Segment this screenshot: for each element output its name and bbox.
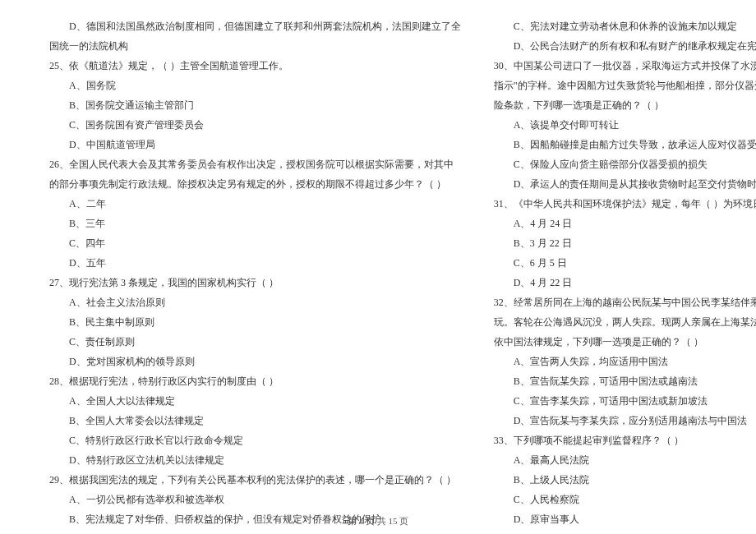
q32-option-d: D、宣告阮某与李某失踪，应分别适用越南法与中国法 [494,411,756,430]
q30-option-d: D、承运人的责任期间是从其接收货物时起至交付货物时止 [494,174,756,194]
q25-stem: 25、依《航道法》规定，（ ）主管全国航道管理工作。 [49,56,461,76]
q30-stem-3: 险条款，下列哪一选项是正确的？（ ） [494,95,756,115]
q32-stem-3: 依中国法律规定，下列哪一选项是正确的？（ ） [494,332,756,352]
q27-option-d: D、党对国家机构的领导原则 [49,352,461,371]
q30-stem-2: 指示"的字样。途中因船方过失致货轮与他船相撞，部分仪器受损。依《海牙规则》及相关… [494,76,756,95]
q33-option-b: B、上级人民法院 [494,470,756,490]
q31-option-a: A、4 月 24 日 [494,214,756,233]
q30-stem-1: 30、中国某公司进口了一批仪器，采取海运方式并投保了水渍险，提单上的收货人一栏写… [494,56,756,76]
q28-option-b: B、全国人大常委会以法律规定 [49,411,461,430]
q25-option-a: A、国务院 [49,76,461,95]
q31-stem: 31、《中华人民共和国环境保护法》规定，每年（ ）为环境日。 [494,194,756,214]
q27-stem: 27、现行宪法第 3 条规定，我国的国家机构实行（ ） [49,273,461,292]
q28-option-a: A、全国人大以法律规定 [49,391,461,411]
q26-option-d: D、五年 [49,253,461,273]
q29-stem: 29、根据我国宪法的规定，下列有关公民基本权利的宪法保护的表述，哪一个是正确的？… [49,470,461,490]
q26-stem-2: 的部分事项先制定行政法规。除授权决定另有规定的外，授权的期限不得超过多少年？（ … [49,174,461,194]
q31-option-c: C、6 月 5 日 [494,253,756,273]
q28-stem: 28、根据现行宪法，特别行政区内实行的制度由（ ） [49,371,461,391]
q32-option-a: A、宣告两人失踪，均应适用中国法 [494,352,756,371]
q29-option-c: C、宪法对建立劳动者休息和休养的设施未加以规定 [494,16,756,36]
q30-option-c: C、保险人应向货主赔偿部分仪器受损的损失 [494,154,756,174]
q33-option-a: A、最高人民法院 [494,450,756,470]
q25-option-d: D、中国航道管理局 [49,135,461,154]
q32-option-c: C、宣告李某失踪，可适用中国法或新加坡法 [494,391,756,411]
q29-option-d: D、公民合法财产的所有权和私有财产的继承权规定在宪法"总纲"部分 [494,36,756,56]
q27-option-b: B、民主集中制原则 [49,312,461,332]
q25-option-c: C、国务院国有资产管理委员会 [49,115,461,135]
q26-option-c: C、四年 [49,233,461,253]
q30-option-a: A、该提单交付即可转让 [494,115,756,135]
q33-option-c: C、人民检察院 [494,490,756,509]
page-footer: 第 4 页 共 15 页 [0,515,756,527]
q28-option-d: D、特别行政区立法机关以法律规定 [49,450,461,470]
q32-stem-2: 玩。客轮在公海遇风沉没，两人失踪。现两人亲属在上海某法院起诉，请求宣告两人失踪。 [494,312,756,332]
q28-option-c: C、特别行政区行政长官以行政命令规定 [49,430,461,450]
q25-option-b: B、国务院交通运输主管部门 [49,95,461,115]
q26-stem-1: 26、全国人民代表大会及其常务委员会有权作出决定，授权国务院可以根据实际需要，对… [49,154,461,174]
q27-option-a: A、社会主义法治原则 [49,292,461,312]
q29-option-a: A、一切公民都有选举权和被选举权 [49,490,461,509]
q32-stem-1: 32、经常居所同在上海的越南公民阮某与中国公民李某结伴乘新加坡籍客轮从新加坡到印… [494,292,756,312]
q33-stem: 33、下列哪项不能提起审判监督程序？（ ） [494,430,756,450]
q24-option-d: D、德国和法国虽然政治制度相同，但德国建立了联邦和州两套法院机构，法国则建立了全 [49,16,461,36]
q30-option-b: B、因船舶碰撞是由船方过失导致，故承运人应对仪器受损承担赔偿责任 [494,135,756,154]
q26-option-b: B、三年 [49,214,461,233]
q26-option-a: A、二年 [49,194,461,214]
q31-option-b: B、3 月 22 日 [494,233,756,253]
q27-option-c: C、责任制原则 [49,332,461,352]
q31-option-d: D、4 月 22 日 [494,273,756,292]
q24-option-d-cont: 国统一的法院机构 [49,36,461,56]
q32-option-b: B、宣告阮某失踪，可适用中国法或越南法 [494,371,756,391]
